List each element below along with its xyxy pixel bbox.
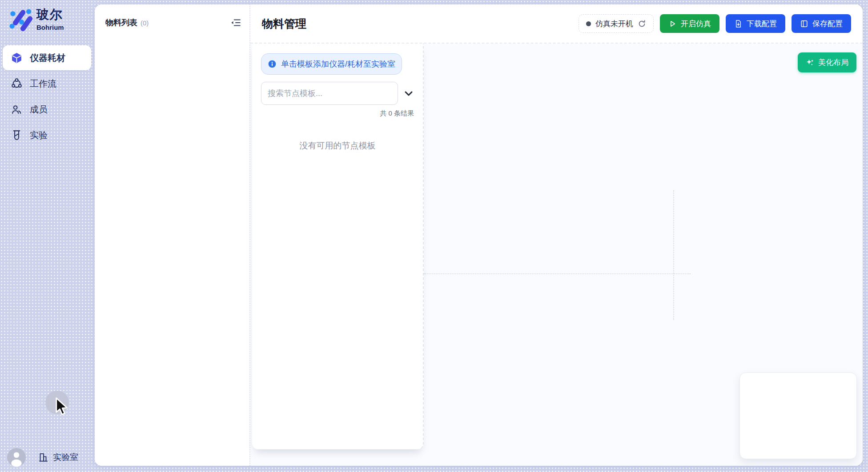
page-title: 物料管理 <box>262 16 306 31</box>
brand-name: 玻尔 <box>36 6 64 23</box>
template-hint-text: 单击模板添加仪器/耗材至实验室 <box>281 59 395 69</box>
cube-icon <box>11 52 23 64</box>
material-list-title: 物料列表 <box>105 17 137 28</box>
sidebar-item-label: 工作流 <box>30 78 56 90</box>
template-search-input[interactable] <box>261 82 398 105</box>
minimap-panel[interactable] <box>739 372 857 459</box>
template-results-count: 共 0 条结果 <box>261 109 414 118</box>
status-label: 仿真未开机 <box>595 19 633 29</box>
canvas-guide-horizontal <box>424 273 691 274</box>
workflow-icon <box>11 78 23 90</box>
canvas-guide-vertical <box>673 190 674 320</box>
experiment-icon <box>11 129 23 141</box>
user-icon <box>7 448 26 467</box>
lab-entry[interactable]: 实验室 <box>37 452 78 463</box>
sidebar-footer: 实验室 <box>7 448 78 467</box>
material-list-panel: 物料列表 (0) <box>95 4 249 466</box>
user-avatar[interactable] <box>7 448 26 467</box>
sidebar-item-experiments[interactable]: 实验 <box>3 123 91 148</box>
main-card: 物料列表 (0) 物料管理 仿真未开机 <box>95 4 863 466</box>
chevron-down-icon[interactable] <box>403 88 414 99</box>
lab-entry-label: 实验室 <box>53 452 78 463</box>
sparkles-icon <box>806 58 815 67</box>
members-icon <box>11 104 23 116</box>
flow-canvas[interactable]: 单击模板添加仪器/耗材至实验室 共 0 条结果 没有可用的节点模板 美化布 <box>250 44 863 466</box>
sidebar-item-workflow[interactable]: 工作流 <box>3 71 91 96</box>
template-empty-message: 没有可用的节点模板 <box>261 140 414 152</box>
sidebar-item-instruments[interactable]: 仪器耗材 <box>3 45 91 70</box>
save-config-label: 保存配置 <box>812 19 843 29</box>
info-icon <box>268 60 277 68</box>
start-simulation-button[interactable]: 开启仿真 <box>660 14 719 33</box>
refresh-icon[interactable] <box>638 20 646 28</box>
download-config-label: 下载配置 <box>747 19 777 29</box>
template-hint-banner: 单击模板添加仪器/耗材至实验室 <box>261 53 402 75</box>
start-simulation-label: 开启仿真 <box>681 19 711 29</box>
template-search-row <box>261 82 414 105</box>
beautify-layout-button[interactable]: 美化布局 <box>798 52 856 72</box>
brand-subname: Bohrium <box>36 24 64 31</box>
collapse-panel-icon[interactable] <box>230 17 241 28</box>
simulation-status: 仿真未开机 <box>579 14 654 33</box>
sidebar-item-members[interactable]: 成员 <box>3 97 91 122</box>
sidebar-item-label: 成员 <box>30 104 48 116</box>
sidebar-item-label: 实验 <box>30 129 48 141</box>
building-icon <box>37 452 49 463</box>
sidebar-nav: 仪器耗材 工作流 成员 实验 <box>0 45 94 148</box>
page-header: 物料管理 仿真未开机 开启仿真 <box>250 4 863 44</box>
beautify-layout-label: 美化布局 <box>818 57 848 68</box>
brand-logo: 玻尔 Bohrium <box>0 0 94 32</box>
material-list-count: (0) <box>141 19 149 27</box>
file-download-icon <box>734 20 743 28</box>
play-icon <box>668 20 677 28</box>
bohrium-logo-icon <box>6 5 33 32</box>
save-icon <box>800 20 808 28</box>
save-config-button[interactable]: 保存配置 <box>792 14 851 33</box>
sidebar-item-label: 仪器耗材 <box>30 52 65 64</box>
main-region: 物料管理 仿真未开机 开启仿真 <box>250 4 863 466</box>
node-template-panel: 单击模板添加仪器/耗材至实验室 共 0 条结果 没有可用的节点模板 <box>252 44 424 449</box>
mouse-cursor <box>54 397 70 416</box>
app-sidebar: 玻尔 Bohrium 仪器耗材 工作流 <box>0 0 94 472</box>
material-list-header: 物料列表 (0) <box>95 4 249 28</box>
download-config-button[interactable]: 下载配置 <box>726 14 785 33</box>
status-dot-icon <box>586 21 591 26</box>
header-actions: 仿真未开机 开启仿真 下载 <box>579 14 851 33</box>
